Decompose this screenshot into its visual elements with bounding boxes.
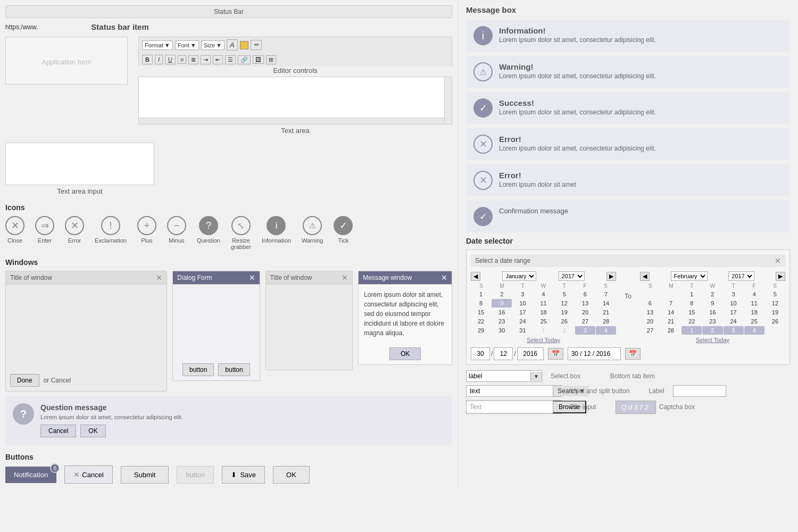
done-button[interactable]: Done <box>10 374 39 387</box>
question-ok-button[interactable]: OK <box>80 425 105 437</box>
cal-jan-year-select[interactable]: 2017 <box>559 271 585 281</box>
outdent-btn[interactable]: ⇤ <box>213 55 223 64</box>
cal-feb-month-select[interactable]: February <box>671 271 708 281</box>
window-2: Dialog Form ✕ button button <box>172 271 260 381</box>
cal-jan-prev[interactable]: ◀ <box>471 272 480 281</box>
window-1-footer: Done or Cancel <box>6 370 167 391</box>
success-message-box: ✓ Success! Lorem ipsum dolor sit amet, c… <box>466 92 790 124</box>
indent-btn[interactable]: ⇥ <box>201 55 211 64</box>
buttons-row: Notification 8 ✕ Cancel Submit button ⬇ … <box>5 466 452 484</box>
notification-button[interactable]: Notification 8 <box>5 467 56 483</box>
select-box-input[interactable] <box>467 371 530 381</box>
window-4-ok[interactable]: OK <box>389 347 421 360</box>
cal-jan-select-today[interactable]: Select Today <box>471 337 616 343</box>
save-button[interactable]: ⬇ Save <box>222 466 265 484</box>
warning-text: Lorem ipsum dolor sit amet, consectetur … <box>499 72 783 80</box>
cal-jan-month-select[interactable]: January <box>502 271 536 281</box>
file-text-input[interactable] <box>467 402 553 412</box>
ok-button[interactable]: OK <box>273 466 310 484</box>
window-3-title-bar: Title of window ✕ <box>266 271 353 285</box>
font-dropdown[interactable]: Font ▼ <box>175 40 199 50</box>
icon-resize-grabber: ⤡ Resizegrabber <box>231 216 251 250</box>
window-2-close[interactable]: ✕ <box>249 273 255 282</box>
size-dropdown[interactable]: Size ▼ <box>201 40 225 50</box>
date-month-input[interactable] <box>494 347 513 360</box>
cal-feb-prev[interactable]: ◀ <box>640 272 650 281</box>
info-text: Lorem ipsum dolor sit amet, consectetur … <box>499 36 783 44</box>
error2-message-box: ✕ Error! Lorem ipsum dolor sit amet <box>466 164 790 196</box>
windows-section: Windows Title of window ✕ Done or Cancel <box>5 258 452 445</box>
error2-text: Lorem ipsum dolor sit amet <box>499 181 783 188</box>
date-range-close[interactable]: ✕ <box>775 256 781 265</box>
text-area-label: Text area <box>138 127 452 135</box>
highlight-btn[interactable] <box>240 41 248 49</box>
list-ul-btn[interactable]: ≡ <box>178 55 186 64</box>
date-day-input[interactable] <box>471 347 490 360</box>
window-1-title: Title of window <box>10 274 52 281</box>
date-full-input[interactable] <box>568 347 621 360</box>
error2-content: Error! Lorem ipsum dolor sit amet <box>499 171 783 188</box>
cal-feb-nav: ◀ February 2017 ▶ <box>640 271 785 281</box>
warning-title: Warning! <box>499 62 783 71</box>
cal-february-grid: 1 2 3 4 5 6 7 8 9 10 11 12 13 14 <box>640 290 785 335</box>
cal-jan-next[interactable]: ▶ <box>606 272 616 281</box>
submit-button[interactable]: Submit <box>121 466 169 484</box>
icons-title: Icons <box>5 203 452 212</box>
label-input[interactable] <box>673 385 726 397</box>
window-1-title-bar: Title of window ✕ <box>6 271 167 285</box>
cal-january-nav: ◀ January 2017 ▶ <box>471 271 616 281</box>
window-2-title: Dialog Form <box>177 274 212 281</box>
icon-minus: − Minus <box>167 216 186 244</box>
cal-feb-select-today[interactable]: Select Today <box>640 337 785 343</box>
table-btn[interactable]: ⊞ <box>266 55 276 64</box>
link-btn[interactable]: 🔗 <box>238 55 251 64</box>
image-btn[interactable]: 🖼 <box>253 55 264 64</box>
color-a[interactable]: A <box>227 39 238 51</box>
window-3-title: Title of window <box>270 274 312 281</box>
input-split-text[interactable] <box>467 386 553 396</box>
italic-btn[interactable]: I <box>155 55 163 64</box>
or-cancel-text: or Cancel <box>44 377 71 384</box>
buttons-title: Buttons <box>5 453 452 461</box>
window-1-close[interactable]: ✕ <box>156 273 162 282</box>
info-icon: i <box>473 26 493 45</box>
align-btn[interactable]: ☰ <box>225 55 236 64</box>
dialog-btn-1[interactable]: button <box>182 363 214 376</box>
icon-enter: ⇒ Enter <box>35 216 54 244</box>
calendar-january: ◀ January 2017 ▶ SMTWTFS 1 2 3 4 5 6 <box>471 271 616 343</box>
text-area-input-box[interactable] <box>5 143 154 185</box>
captcha-image: Qd372 <box>616 401 656 414</box>
format-dropdown[interactable]: Format ▼ <box>142 40 173 50</box>
file-input-label: File input <box>570 403 596 411</box>
window-4-close[interactable]: ✕ <box>441 273 447 282</box>
date-range-header: Select a date range ✕ <box>471 254 785 267</box>
dialog-btn-2[interactable]: button <box>218 363 250 376</box>
window-4-title: Message window <box>363 274 412 281</box>
list-ol-btn[interactable]: ≣ <box>188 55 198 64</box>
date-input-group-1: / / <box>471 347 544 360</box>
cal-feb-next[interactable]: ▶ <box>776 272 785 281</box>
select-box-arrow[interactable]: ▼ <box>530 372 542 381</box>
notification-badge: 8 <box>50 463 60 473</box>
bottom-tab-item: Bottom tab item <box>610 372 655 380</box>
label-text: Label <box>649 387 664 395</box>
window-3-close[interactable]: ✕ <box>342 273 348 282</box>
cancel-button[interactable]: ✕ Cancel <box>64 466 112 484</box>
date-year-input[interactable] <box>517 347 544 360</box>
error1-text: Lorem ipsum dolor sit amet, consectetur … <box>499 145 783 152</box>
cal-icon-btn-1[interactable]: 📅 <box>548 348 563 360</box>
question-cancel-button[interactable]: Cancel <box>40 425 76 437</box>
icon-warning: ⚠ Warning <box>302 216 323 244</box>
select-box-group: ▼ <box>466 370 542 382</box>
warning-message-box: ⚠ Warning! Lorem ipsum dolor sit amet, c… <box>466 56 790 88</box>
cal-icon-btn-2[interactable]: 📅 <box>625 348 641 360</box>
bold-btn[interactable]: B <box>142 55 153 64</box>
editor-area[interactable] <box>138 77 452 124</box>
window-4-footer: OK <box>359 343 452 364</box>
icon-exclamation: ! Exclamation <box>95 216 127 244</box>
status-bar-item: Status bar item <box>91 22 148 31</box>
underline-btn[interactable]: U <box>165 55 176 64</box>
cal-feb-year-select[interactable]: 2017 <box>728 271 754 281</box>
pencil-btn[interactable]: ✏ <box>251 40 262 50</box>
info-message-box: i Information! Lorem ipsum dolor sit ame… <box>466 20 790 52</box>
